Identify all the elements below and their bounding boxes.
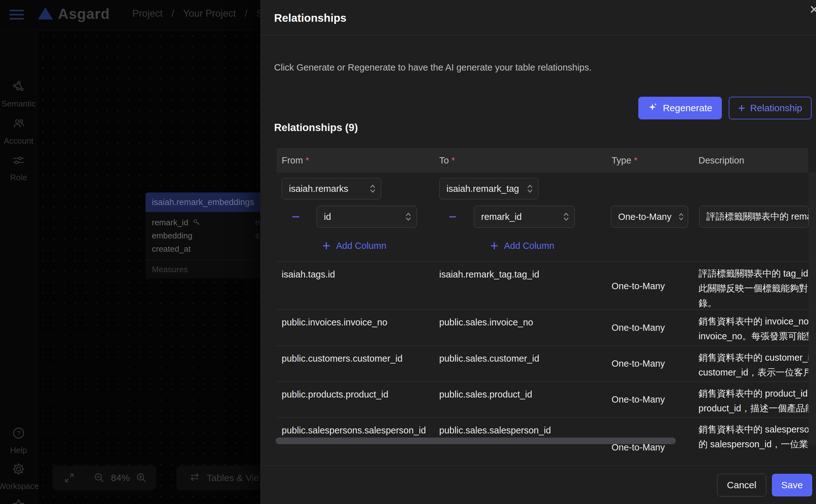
sidebar-item-workspace[interactable]: Workspace xyxy=(0,463,37,491)
from-table-value: isaiah.remarks xyxy=(289,184,348,194)
row-type: One-to-Many xyxy=(606,262,693,311)
required-asterisk: * xyxy=(451,155,455,165)
remove-from-column-button[interactable]: − xyxy=(292,210,300,224)
modal-title: Relationships xyxy=(274,12,346,24)
field-name: embedding xyxy=(152,231,193,241)
breadcrumb-project[interactable]: Project xyxy=(132,8,163,19)
save-button[interactable]: Save xyxy=(772,474,812,496)
row-description: 銷售資料表中的 product_id 連 product_id，描述一個產品能 xyxy=(693,382,808,417)
star-icon xyxy=(12,499,25,504)
asgard-logo-icon xyxy=(38,7,53,20)
row-description: 銷售資料表中的 salesperson 的 salesperson_id，一位業… xyxy=(693,418,808,462)
from-table-select[interactable]: isaiah.remarks xyxy=(282,178,381,199)
from-column-value: id xyxy=(324,212,331,222)
help-circle-icon: ? xyxy=(12,427,25,442)
breadcrumb-separator: / xyxy=(245,8,248,19)
col-header-to: To* xyxy=(434,155,606,166)
table-row: public.products.product_id public.sales.… xyxy=(277,381,808,417)
breadcrumb-separator: / xyxy=(171,8,174,19)
required-asterisk: * xyxy=(634,155,637,165)
sidebar-item-label: Account xyxy=(4,136,33,146)
add-relationship-label: Relationship xyxy=(750,103,802,113)
description-input[interactable]: 評語標籤關聯表中的 rema xyxy=(699,206,809,228)
table-row: isaiah.tags.id isaiah.remark_tag.tag_id … xyxy=(277,261,808,309)
fit-view-icon[interactable] xyxy=(64,472,75,484)
zoom-level: 84% xyxy=(111,473,130,483)
close-icon[interactable]: × xyxy=(810,2,816,17)
zoom-in-icon[interactable] xyxy=(135,472,147,484)
svg-text:?: ? xyxy=(17,429,20,437)
sidebar-item-help[interactable]: ? Help xyxy=(0,427,37,455)
relationships-rows: isaiah.tags.id isaiah.remark_tag.tag_id … xyxy=(277,261,808,462)
sidebar-item-semantic[interactable]: Semantic xyxy=(0,80,37,109)
select-chevrons-icon xyxy=(678,212,684,221)
add-column-label: Add Column xyxy=(504,241,555,251)
breadcrumb-your-project[interactable]: Your Project xyxy=(183,8,236,19)
sidebar-item-label: Workspace xyxy=(0,481,39,491)
hamburger-menu-icon[interactable] xyxy=(9,10,24,20)
row-description: 評語標籤關聯表中的 tag_id 連 此關聯反映一個標籤能夠對應 錄。 xyxy=(693,262,808,311)
table-card-title: isaiah.remark_embeddings xyxy=(152,198,254,207)
col-header-from: From* xyxy=(277,155,434,166)
field-name: remark_id xyxy=(152,218,188,227)
tables-views-label: Tables & Vie xyxy=(207,473,259,483)
to-column-value: remark_id xyxy=(481,212,522,222)
field-name: created_at xyxy=(152,244,191,254)
sidebar-item-label: Semantic xyxy=(2,99,36,109)
add-column-button-to[interactable]: + Add Column xyxy=(490,239,554,253)
table-row: public.customers.customer_id public.sale… xyxy=(277,346,808,381)
brand-name: Asgard xyxy=(58,5,110,22)
row-to: public.sales.customer_id xyxy=(434,346,606,381)
zoom-out-icon[interactable] xyxy=(93,472,105,484)
description-value: 評語標籤關聯表中的 rema xyxy=(706,210,809,223)
vertical-scroll-gutter[interactable] xyxy=(809,173,816,445)
add-column-button-from[interactable]: + Add Column xyxy=(322,239,386,253)
relationships-modal: Relationships × Click Generate or Regene… xyxy=(260,0,816,504)
add-relationship-button[interactable]: + Relationship xyxy=(729,97,812,119)
row-to: isaiah.remark_tag.tag_id xyxy=(434,262,606,311)
row-from: public.invoices.invoice_no xyxy=(277,310,434,346)
row-type: One-to-Many xyxy=(606,382,693,417)
cancel-button[interactable]: Cancel xyxy=(717,474,766,496)
to-table-select[interactable]: isaiah.remark_tag xyxy=(439,178,538,199)
breadcrumb: Project / Your Project / S xyxy=(132,8,263,19)
network-nodes-icon xyxy=(12,80,25,95)
swap-arrows-icon xyxy=(189,471,200,485)
row-from: isaiah.tags.id xyxy=(277,262,434,311)
sidebar-item-account[interactable]: Account xyxy=(0,117,37,146)
app-root: Asgard Project / Your Project / S Semant… xyxy=(0,0,816,504)
sidebar-item-label: Help xyxy=(10,445,27,455)
primary-key-icon xyxy=(193,219,200,226)
sidebar-item-role[interactable]: Role xyxy=(0,154,37,182)
add-column-label: Add Column xyxy=(336,241,387,251)
to-table-value: isaiah.remark_tag xyxy=(446,184,519,194)
field-type: s xyxy=(255,231,259,241)
from-column-select[interactable]: id xyxy=(317,206,417,228)
select-chevrons-icon xyxy=(527,184,533,194)
horizontal-scrollbar-thumb[interactable] xyxy=(276,438,676,444)
row-description: 銷售資料表中的 customer_id customer_id，表示一位客戶可 xyxy=(693,346,808,381)
col-header-description: Description xyxy=(693,155,808,166)
remove-to-column-button[interactable]: − xyxy=(449,210,457,224)
row-to: public.sales.product_id xyxy=(434,382,606,417)
sidebar-item-upgrade[interactable]: Upgrade xyxy=(0,499,37,504)
sidebar-item-label: Role xyxy=(10,173,27,182)
sparkle-icon xyxy=(648,102,658,114)
row-from: public.products.product_id xyxy=(277,382,434,417)
relationship-type-value: One-to-Many xyxy=(618,212,671,222)
gear-icon xyxy=(12,463,25,478)
select-chevrons-icon xyxy=(370,184,376,194)
plus-icon: + xyxy=(738,102,745,114)
row-description: 銷售資料表中的 invoice_no 連 invoice_no。每張發票可能對 xyxy=(693,310,808,346)
regenerate-button[interactable]: Regenerate xyxy=(638,97,722,119)
row-type: One-to-Many xyxy=(606,310,693,346)
plus-icon: + xyxy=(322,239,330,253)
row-to: public.sales.invoice_no xyxy=(434,310,606,346)
select-chevrons-icon xyxy=(563,212,569,222)
to-column-select[interactable]: remark_id xyxy=(474,206,575,228)
modal-instruction: Click Generate or Regenerate to have the… xyxy=(274,62,592,73)
plus-icon: + xyxy=(490,239,498,253)
col-header-type: Type* xyxy=(606,155,693,166)
select-chevrons-icon xyxy=(405,212,411,222)
relationship-type-select[interactable]: One-to-Many xyxy=(611,206,688,228)
